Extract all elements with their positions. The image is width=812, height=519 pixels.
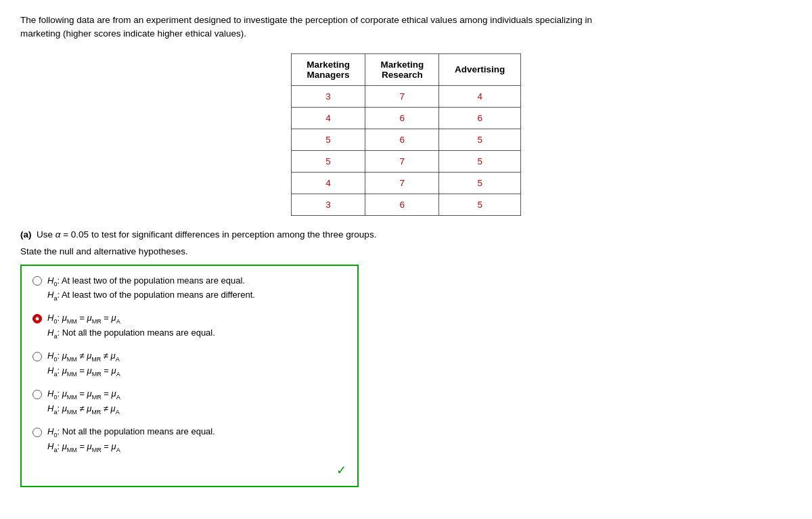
ha-5: Ha: μMM = μMR = μA	[47, 440, 215, 455]
table-row: 4 6 6	[292, 107, 521, 129]
table-row: 5 6 5	[292, 129, 521, 150]
hyp-text-1: H0: At least two of the population means…	[47, 274, 255, 304]
intro-text: The following data are from an experimen…	[20, 14, 629, 41]
radio-2[interactable]	[32, 312, 42, 323]
radio-btn-1[interactable]	[32, 276, 42, 286]
table-row: 5 7 5	[292, 150, 521, 172]
hyp-text-5: H0: Not all the population means are equ…	[47, 425, 215, 455]
hyp-text-3: H0: μMM ≠ μMR ≠ μA Ha: μMM = μMR = μA	[47, 349, 120, 379]
data-table: MarketingManagers MarketingResearch Adve…	[291, 53, 521, 216]
section-a-instruction: (a) Use α = 0.05 to test for significant…	[20, 229, 792, 240]
h0-5: H0: Not all the population means are equ…	[47, 425, 215, 440]
table-row: 3 7 4	[292, 85, 521, 107]
h0-2: H0: μMM = μMR = μA	[47, 311, 215, 326]
hyp-text-4: H0: μMM = μMR = μA Ha: μMM ≠ μMR ≠ μA	[47, 387, 120, 417]
cell-adv-6: 5	[439, 194, 521, 215]
ha-2: Ha: Not all the population means are equ…	[47, 326, 215, 341]
cell-mm-5: 4	[292, 172, 365, 194]
hyp-text-2: H0: μMM = μMR = μA Ha: Not all the popul…	[47, 311, 215, 341]
col-header-mm: MarketingManagers	[292, 53, 365, 85]
section-a: (a) Use α = 0.05 to test for significant…	[20, 229, 792, 488]
cell-mr-4: 7	[365, 150, 439, 172]
hypothesis-option-5[interactable]: H0: Not all the population means are equ…	[32, 425, 346, 455]
hypothesis-option-2[interactable]: H0: μMM = μMR = μA Ha: Not all the popul…	[32, 311, 346, 341]
checkmark-icon: ✓	[336, 463, 346, 478]
cell-mm-3: 5	[292, 129, 365, 150]
hypothesis-option-1[interactable]: H0: At least two of the population means…	[32, 274, 346, 304]
hypothesis-option-4[interactable]: H0: μMM = μMR = μA Ha: μMM ≠ μMR ≠ μA	[32, 387, 346, 417]
col-header-adv: Advertising	[439, 53, 521, 85]
radio-btn-5[interactable]	[32, 428, 42, 437]
cell-mm-2: 4	[292, 107, 365, 129]
col-header-mr: MarketingResearch	[365, 53, 439, 85]
cell-mr-6: 6	[365, 194, 439, 215]
radio-btn-2[interactable]	[32, 314, 42, 323]
cell-adv-5: 5	[439, 172, 521, 194]
cell-adv-3: 5	[439, 129, 521, 150]
cell-adv-2: 6	[439, 107, 521, 129]
table-row: 4 7 5	[292, 172, 521, 194]
radio-1[interactable]	[32, 275, 42, 286]
radio-4[interactable]	[32, 388, 42, 399]
ha-1: Ha: At least two of the population means…	[47, 288, 255, 303]
state-hypothesis-label: State the null and alternative hypothese…	[20, 246, 792, 256]
radio-3[interactable]	[32, 350, 42, 361]
cell-mr-3: 6	[365, 129, 439, 150]
radio-btn-4[interactable]	[32, 390, 42, 399]
h0-3: H0: μMM ≠ μMR ≠ μA	[47, 349, 120, 364]
h0-1: H0: At least two of the population means…	[47, 274, 255, 289]
cell-mm-1: 3	[292, 85, 365, 107]
ha-4: Ha: μMM ≠ μMR ≠ μA	[47, 402, 120, 417]
section-a-label: (a)	[20, 229, 32, 240]
checkmark-area: ✓	[32, 463, 346, 478]
hypothesis-box: H0: At least two of the population means…	[20, 265, 359, 488]
table-row: 3 6 5	[292, 194, 521, 215]
cell-mr-2: 6	[365, 107, 439, 129]
intro-paragraph: The following data are from an experimen…	[20, 14, 792, 41]
h0-4: H0: μMM = μMR = μA	[47, 387, 120, 402]
cell-adv-1: 4	[439, 85, 521, 107]
cell-mr-5: 7	[365, 172, 439, 194]
hypothesis-option-3[interactable]: H0: μMM ≠ μMR ≠ μA Ha: μMM = μMR = μA	[32, 349, 346, 379]
cell-mr-1: 7	[365, 85, 439, 107]
cell-mm-4: 5	[292, 150, 365, 172]
cell-mm-6: 3	[292, 194, 365, 215]
ha-3: Ha: μMM = μMR = μA	[47, 364, 120, 379]
radio-btn-3[interactable]	[32, 352, 42, 361]
cell-adv-4: 5	[439, 150, 521, 172]
radio-5[interactable]	[32, 426, 42, 436]
